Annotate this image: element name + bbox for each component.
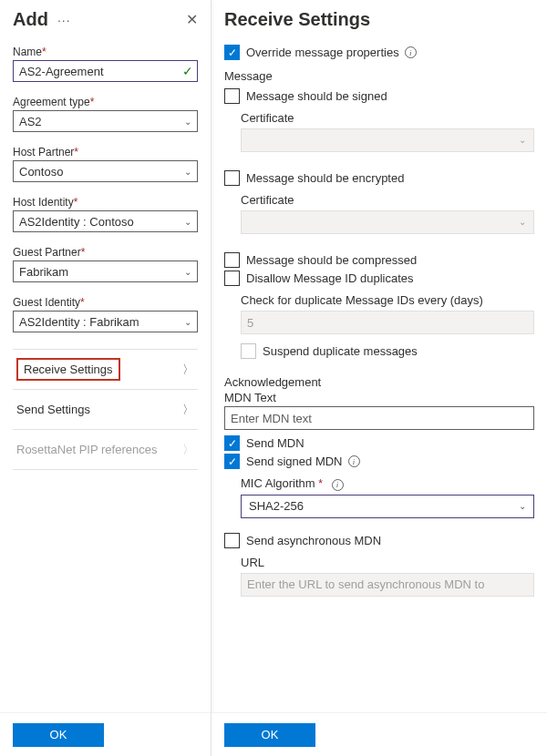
chevron-down-icon: ⌄ (184, 217, 191, 227)
guest-partner-select[interactable]: Fabrikam ⌄ (13, 261, 198, 282)
msg-encrypted-checkbox[interactable] (224, 170, 240, 186)
receive-settings-panel: Receive Settings Override message proper… (212, 0, 547, 756)
disallow-dup-checkbox[interactable] (224, 271, 240, 286)
guest-identity-value: AS2Identity : Fabrikam (19, 315, 139, 329)
send-async-mdn-checkbox[interactable] (224, 533, 240, 548)
required-icon: * (81, 246, 86, 259)
suspend-dup-checkbox (241, 343, 256, 359)
send-signed-mdn-row: Send signed MDN (224, 454, 534, 469)
message-section-label: Message (224, 69, 534, 83)
add-header: Add ··· ✕ (13, 9, 198, 30)
info-icon[interactable] (348, 455, 360, 467)
mic-algo-select[interactable]: SHA2-256 ⌄ (241, 495, 534, 518)
url-input: Enter the URL to send asynchronous MDN t… (241, 573, 534, 597)
msg-encrypted-label: Message should be encrypted (246, 171, 404, 185)
url-group: URL Enter the URL to send asynchronous M… (224, 554, 534, 602)
more-icon[interactable]: ··· (57, 13, 71, 27)
agreement-type-label: Agreement type (13, 96, 90, 108)
settings-item-label: Receive Settings (16, 358, 120, 381)
mic-algo-value: SHA2-256 (249, 499, 304, 513)
chevron-right-icon: 〉 (182, 402, 194, 418)
send-mdn-label: Send MDN (246, 436, 304, 450)
disallow-dup-row: Disallow Message ID duplicates (224, 271, 534, 286)
certificate-label: Certificate (241, 111, 534, 125)
check-dup-input: 5 (241, 311, 534, 334)
mic-algo-group: MIC Algorithm * SHA2-256 ⌄ (224, 475, 534, 524)
name-field: Name* AS2-Agreement ✓ (13, 45, 198, 82)
settings-item-label: Send Settings (16, 403, 90, 416)
send-mdn-row: Send MDN (224, 435, 534, 451)
mdn-text-placeholder: Enter MDN text (231, 412, 312, 425)
encrypted-cert-group: Certificate ⌄ (224, 191, 534, 240)
mic-algo-label: MIC Algorithm (241, 476, 315, 490)
mdn-text-input[interactable]: Enter MDN text (224, 406, 534, 430)
send-signed-mdn-label: Send signed MDN (246, 455, 343, 468)
ok-button[interactable]: OK (13, 723, 104, 747)
msg-encrypted-row: Message should be encrypted (224, 170, 534, 186)
ok-button[interactable]: OK (224, 723, 315, 747)
agreement-type-select[interactable]: AS2 ⌄ (13, 110, 198, 132)
guest-identity-field: Guest Identity* AS2Identity : Fabrikam ⌄ (13, 295, 198, 332)
required-icon: * (74, 146, 78, 158)
left-footer: OK (0, 712, 211, 756)
host-identity-field: Host Identity* AS2Identity : Contoso ⌄ (13, 195, 198, 232)
info-icon[interactable] (405, 46, 417, 58)
check-dup-label: Check for duplicate Message IDs every (d… (241, 293, 534, 307)
send-async-mdn-row: Send asynchronous MDN (224, 533, 534, 548)
send-signed-mdn-checkbox[interactable] (224, 454, 240, 469)
msg-signed-row: Message should be signed (224, 88, 534, 104)
chevron-down-icon: ⌄ (519, 135, 526, 145)
msg-compressed-checkbox[interactable] (224, 252, 240, 268)
chevron-right-icon: 〉 (182, 442, 194, 458)
guest-identity-label: Guest Identity (13, 296, 80, 309)
settings-list: Receive Settings 〉 Send Settings 〉 Roset… (13, 349, 198, 470)
right-footer: OK (212, 712, 547, 756)
send-async-mdn-label: Send asynchronous MDN (246, 534, 381, 547)
guest-partner-value: Fabrikam (19, 265, 68, 279)
host-identity-label: Host Identity (13, 196, 74, 209)
name-value: AS2-Agreement (19, 65, 104, 78)
send-mdn-checkbox[interactable] (224, 435, 240, 451)
add-title: Add (13, 9, 48, 30)
chevron-down-icon: ⌄ (184, 167, 191, 177)
info-icon[interactable] (332, 479, 344, 491)
guest-partner-label: Guest Partner (13, 246, 81, 259)
suspend-dup-row: Suspend duplicate messages (241, 343, 534, 359)
override-checkbox[interactable] (224, 45, 240, 60)
required-icon: * (80, 296, 85, 309)
dup-check-group: Check for duplicate Message IDs every (d… (224, 291, 534, 364)
check-icon: ✓ (182, 64, 193, 78)
override-row: Override message properties (224, 45, 534, 60)
chevron-right-icon: 〉 (182, 362, 194, 378)
host-partner-value: Contoso (19, 165, 63, 179)
host-identity-value: AS2Identity : Contoso (19, 215, 134, 229)
receive-settings-item[interactable]: Receive Settings 〉 (13, 350, 198, 390)
suspend-dup-label: Suspend duplicate messages (263, 344, 418, 358)
guest-partner-field: Guest Partner* Fabrikam ⌄ (13, 245, 198, 282)
receive-title: Receive Settings (224, 9, 370, 30)
encrypted-certificate-select: ⌄ (241, 210, 534, 234)
mdn-text-label: MDN Text (224, 391, 534, 404)
add-panel: Add ··· ✕ Name* AS2-Agreement ✓ Agreemen… (0, 0, 212, 756)
close-icon[interactable]: ✕ (186, 11, 198, 28)
msg-signed-checkbox[interactable] (224, 88, 240, 104)
chevron-down-icon: ⌄ (184, 117, 191, 127)
send-settings-item[interactable]: Send Settings 〉 (13, 390, 198, 430)
host-identity-select[interactable]: AS2Identity : Contoso ⌄ (13, 210, 198, 232)
required-icon: * (318, 477, 323, 490)
signed-certificate-select: ⌄ (241, 128, 534, 152)
rosettanet-item: RosettaNet PIP references 〉 (13, 430, 198, 470)
msg-compressed-label: Message should be compressed (246, 253, 417, 267)
settings-item-label: RosettaNet PIP references (16, 443, 157, 456)
certificate-label: Certificate (241, 193, 534, 207)
name-input[interactable]: AS2-Agreement ✓ (13, 60, 198, 82)
msg-compressed-row: Message should be compressed (224, 252, 534, 268)
agreement-type-field: Agreement type* AS2 ⌄ (13, 95, 198, 132)
chevron-down-icon: ⌄ (184, 317, 191, 327)
override-label: Override message properties (246, 46, 399, 59)
chevron-down-icon: ⌄ (184, 267, 191, 277)
host-partner-select[interactable]: Contoso ⌄ (13, 160, 198, 182)
msg-signed-label: Message should be signed (246, 89, 387, 103)
url-placeholder: Enter the URL to send asynchronous MDN t… (247, 577, 484, 591)
guest-identity-select[interactable]: AS2Identity : Fabrikam ⌄ (13, 311, 198, 332)
